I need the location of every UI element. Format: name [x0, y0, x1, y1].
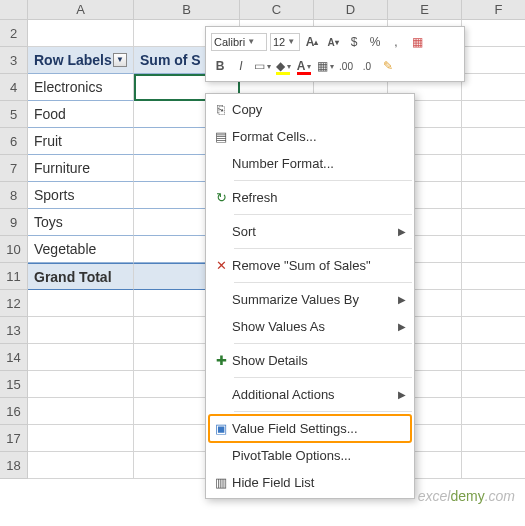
pivot-filter-dropdown[interactable]: ▼ [113, 53, 127, 67]
row-header[interactable]: 5 [0, 101, 28, 128]
cell[interactable] [462, 317, 525, 344]
row-header[interactable]: 18 [0, 452, 28, 479]
col-header-C[interactable]: C [240, 0, 314, 19]
row-header[interactable]: 8 [0, 182, 28, 209]
menu-label: Show Values As [232, 319, 398, 334]
menu-label: Sort [232, 224, 398, 239]
pivot-item[interactable]: Sports [28, 182, 134, 209]
cell[interactable] [28, 344, 134, 371]
pivot-item[interactable]: Fruit [28, 128, 134, 155]
cell[interactable] [28, 317, 134, 344]
row-header[interactable]: 10 [0, 236, 28, 263]
rowlabels-text: Row Labels [34, 52, 112, 68]
accounting-format-button[interactable]: $ [345, 33, 363, 51]
cell[interactable] [462, 425, 525, 452]
menu-label: Copy [232, 102, 406, 117]
pivot-rowlabels-header[interactable]: Row Labels▼ [28, 47, 134, 74]
cell[interactable] [462, 74, 525, 101]
col-header-F[interactable]: F [462, 0, 525, 19]
merge-button[interactable]: ▦▾ [316, 57, 334, 75]
menu-label: Format Cells... [232, 129, 406, 144]
row-header[interactable]: 13 [0, 317, 28, 344]
row-header[interactable]: 14 [0, 344, 28, 371]
row-header[interactable]: 12 [0, 290, 28, 317]
cell[interactable] [462, 398, 525, 425]
pivot-item[interactable]: Food [28, 101, 134, 128]
cell[interactable] [28, 452, 134, 479]
font-family-combo[interactable]: Calibri▼ [211, 33, 267, 51]
cell[interactable] [462, 155, 525, 182]
borders-button[interactable]: ▭▾ [253, 57, 271, 75]
shrink-font-button[interactable]: A▾ [324, 33, 342, 51]
select-all-corner[interactable] [0, 0, 28, 20]
menu-label: PivotTable Options... [232, 448, 406, 463]
cell[interactable] [462, 20, 525, 47]
row-header[interactable]: 6 [0, 128, 28, 155]
format-painter-icon[interactable]: ✎ [379, 57, 397, 75]
cell[interactable] [28, 20, 134, 47]
cell[interactable] [28, 425, 134, 452]
grow-font-button[interactable]: A▴ [303, 33, 321, 51]
cell[interactable] [28, 371, 134, 398]
font-size-combo[interactable]: 12▼ [270, 33, 300, 51]
menu-remove[interactable]: ✕Remove "Sum of Sales" [206, 252, 414, 279]
menu-format-cells[interactable]: ▤Format Cells... [206, 123, 414, 150]
row-header[interactable]: 16 [0, 398, 28, 425]
row-header[interactable]: 4 [0, 74, 28, 101]
menu-copy[interactable]: ⎘Copy [206, 96, 414, 123]
font-color-button[interactable]: A▾ [295, 57, 313, 75]
menu-show-details[interactable]: ✚Show Details [206, 347, 414, 374]
chevron-down-icon: ▾ [330, 62, 334, 71]
menu-refresh[interactable]: ↻Refresh [206, 184, 414, 211]
menu-label: Additional Actions [232, 387, 398, 402]
comma-format-button[interactable]: , [387, 33, 405, 51]
grand-total-label[interactable]: Grand Total [28, 263, 134, 290]
col-header-E[interactable]: E [388, 0, 462, 19]
col-header-B[interactable]: B [134, 0, 240, 19]
row-header[interactable]: 9 [0, 209, 28, 236]
pivot-item[interactable]: Furniture [28, 155, 134, 182]
pivot-item[interactable]: Electronics [28, 74, 134, 101]
col-header-A[interactable]: A [28, 0, 134, 19]
menu-additional-actions[interactable]: Additional Actions▶ [206, 381, 414, 408]
menu-value-field-settings[interactable]: ▣Value Field Settings... [206, 415, 414, 442]
menu-separator [234, 248, 412, 249]
italic-button[interactable]: I [232, 57, 250, 75]
menu-sort[interactable]: Sort▶ [206, 218, 414, 245]
menu-separator [234, 343, 412, 344]
row-header[interactable]: 2 [0, 20, 28, 47]
pivot-item[interactable]: Vegetable [28, 236, 134, 263]
menu-number-format[interactable]: Number Format... [206, 150, 414, 177]
fill-color-button[interactable]: ◆▾ [274, 57, 292, 75]
cell[interactable] [28, 290, 134, 317]
pivot-item[interactable]: Toys [28, 209, 134, 236]
cell[interactable] [462, 452, 525, 479]
menu-pivottable-options[interactable]: PivotTable Options... [206, 442, 414, 469]
row-header[interactable]: 7 [0, 155, 28, 182]
menu-summarize-values[interactable]: Summarize Values By▶ [206, 286, 414, 313]
row-header[interactable]: 17 [0, 425, 28, 452]
cell[interactable] [462, 209, 525, 236]
cell[interactable] [462, 263, 525, 290]
conditional-format-icon[interactable]: ▦ [408, 33, 426, 51]
cell[interactable] [28, 398, 134, 425]
submenu-arrow-icon: ▶ [398, 389, 406, 400]
menu-show-values-as[interactable]: Show Values As▶ [206, 313, 414, 340]
percent-format-button[interactable]: % [366, 33, 384, 51]
bold-button[interactable]: B [211, 57, 229, 75]
menu-hide-field-list[interactable]: ▥Hide Field List [206, 469, 414, 496]
col-header-D[interactable]: D [314, 0, 388, 19]
row-header[interactable]: 3 [0, 47, 28, 74]
cell[interactable] [462, 236, 525, 263]
decrease-decimal-button[interactable]: .00 [337, 57, 355, 75]
cell[interactable] [462, 344, 525, 371]
increase-decimal-button[interactable]: .0 [358, 57, 376, 75]
cell[interactable] [462, 47, 525, 74]
cell[interactable] [462, 101, 525, 128]
cell[interactable] [462, 371, 525, 398]
row-header[interactable]: 11 [0, 263, 28, 290]
cell[interactable] [462, 128, 525, 155]
cell[interactable] [462, 182, 525, 209]
row-header[interactable]: 15 [0, 371, 28, 398]
cell[interactable] [462, 290, 525, 317]
